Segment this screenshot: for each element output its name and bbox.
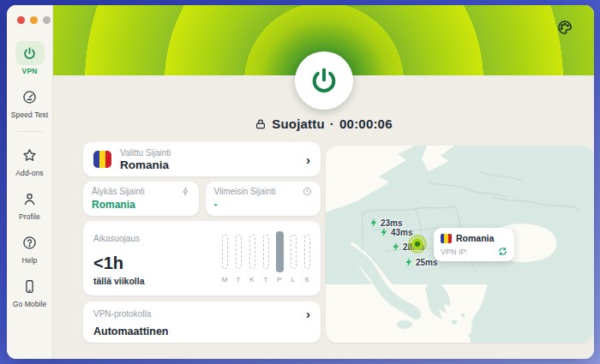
time-protection-value: <1h — [93, 254, 123, 273]
sidebar-item-speed-test[interactable]: Speed Test — [7, 85, 52, 119]
status-label: Suojattu — [272, 116, 325, 131]
sidebar-item-label: Speed Test — [11, 110, 48, 119]
star-icon — [15, 143, 45, 167]
sidebar-item-add-ons[interactable]: Add-ons — [7, 143, 52, 177]
time-protection-subtitle: tällä viikolla — [93, 276, 145, 286]
time-protection-label: Aikasuojaus — [93, 234, 140, 243]
vpn-protocol-label: VPN-protokolla — [93, 309, 151, 319]
lock-icon — [255, 118, 267, 130]
smart-location-value: Romania — [92, 199, 190, 211]
day-bar: M — [221, 231, 228, 283]
speedometer-icon — [15, 85, 45, 109]
sidebar-item-label: Add-ons — [15, 169, 43, 177]
sidebar-item-help[interactable]: Help — [7, 230, 52, 265]
theme-palette-icon[interactable] — [556, 19, 575, 38]
selected-location-value: Romania — [120, 158, 297, 171]
day-bar: P — [276, 231, 283, 283]
status-separator: · — [330, 116, 334, 131]
time-protection-card[interactable]: Aikasuojaus <1h tällä viikolla M T K T P… — [83, 221, 321, 295]
sidebar-divider — [17, 131, 43, 132]
phone-icon — [15, 274, 45, 298]
vpn-protocol-card[interactable]: VPN-protokolla › Automaattinen — [83, 301, 321, 343]
chevron-right-icon: › — [306, 153, 310, 166]
romania-flag-icon — [441, 234, 452, 243]
sidebar: VPN Speed Test Add-ons — [7, 5, 53, 359]
close-button[interactable] — [17, 16, 25, 24]
sidebar-item-go-mobile[interactable]: Go Mobile — [7, 274, 52, 308]
zoom-button[interactable] — [43, 16, 51, 24]
tooltip-country: Romania — [456, 233, 494, 243]
app-window: VPN Speed Test Add-ons — [7, 5, 594, 359]
sidebar-item-label: Go Mobile — [13, 300, 47, 308]
session-timer: 00:00:06 — [339, 116, 393, 131]
sidebar-item-profile[interactable]: Profile — [7, 187, 52, 221]
lightning-icon — [181, 187, 190, 196]
chevron-right-icon: › — [306, 307, 310, 320]
map-panel[interactable]: 23ms 43ms 28ms 25ms Romania — [326, 146, 593, 343]
connection-status: Suojattu · 00:00:06 — [53, 116, 594, 131]
power-icon — [309, 66, 339, 95]
clock-icon — [303, 187, 312, 196]
vpn-protocol-value: Automaattinen — [93, 325, 310, 337]
smart-location-card[interactable]: Älykäs Sijainti Romania — [83, 182, 199, 216]
cards-column: Valittu Sijainti Romania › Älykäs Sijain… — [83, 142, 321, 343]
lightning-bolt-icon — [379, 227, 389, 237]
selected-location-label: Valittu Sijainti — [120, 148, 297, 158]
sidebar-item-label: VPN — [22, 67, 38, 75]
person-icon — [15, 187, 45, 211]
ping-value: 23ms — [381, 218, 403, 228]
sidebar-item-vpn[interactable]: VPN — [7, 41, 52, 75]
selected-location-card[interactable]: Valittu Sijainti Romania › — [83, 142, 321, 176]
window-controls — [7, 5, 52, 24]
main-area: Suojattu · 00:00:06 Valittu Sijainti Rom… — [53, 5, 594, 359]
day-bar: T — [262, 231, 269, 283]
sidebar-item-label: Help — [22, 256, 38, 265]
lightning-bolt-icon — [391, 242, 401, 252]
day-bar: L — [290, 231, 297, 283]
last-location-card[interactable]: Viimeisin Sijainti - — [206, 182, 321, 216]
day-bar: T — [235, 231, 242, 283]
weekly-usage-chart: M T K T P L S — [221, 231, 310, 283]
smart-location-label: Älykäs Sijainti — [92, 187, 145, 196]
ping-marker: 25ms — [404, 257, 438, 267]
question-icon — [15, 230, 45, 254]
server-tooltip: Romania VPN IP: — [434, 228, 514, 261]
ping-value: 25ms — [416, 258, 438, 267]
lightning-bolt-icon — [369, 218, 379, 228]
lightning-bolt-icon — [404, 257, 414, 267]
power-icon — [15, 41, 45, 65]
last-location-value: - — [214, 199, 313, 211]
day-bar: K — [249, 231, 255, 283]
sidebar-item-label: Profile — [19, 212, 40, 221]
romania-flag-icon — [93, 151, 111, 168]
refresh-icon[interactable] — [498, 247, 507, 256]
tooltip-ip-label: VPN IP: — [441, 248, 468, 256]
minimize-button[interactable] — [30, 16, 38, 24]
sidebar-nav: VPN Speed Test Add-ons — [7, 41, 52, 318]
connected-location-marker — [408, 235, 427, 254]
day-bar: S — [303, 231, 310, 283]
location-cards-row: Älykäs Sijainti Romania Viimeisin Sijain… — [83, 182, 321, 216]
last-location-label: Viimeisin Sijainti — [214, 187, 276, 196]
connect-power-button[interactable] — [295, 51, 353, 110]
